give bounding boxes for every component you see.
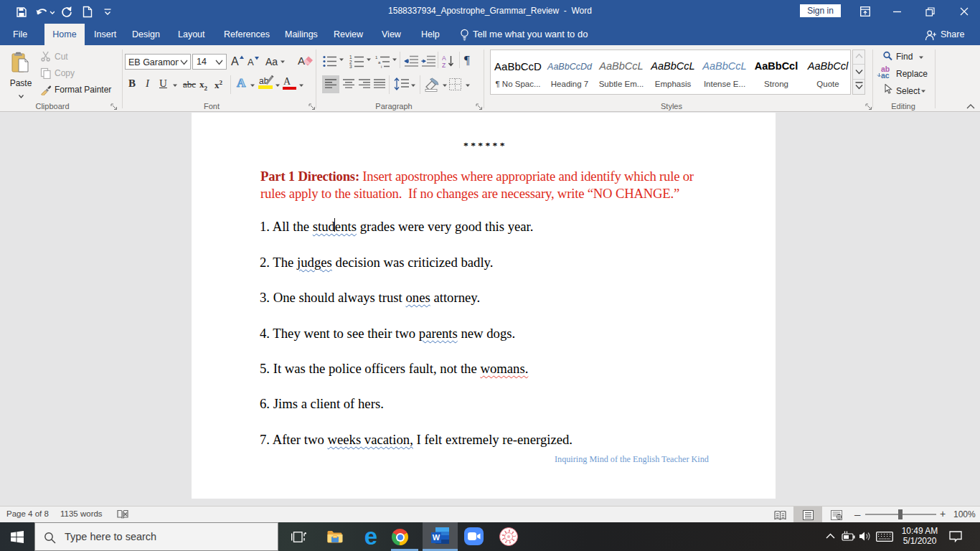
svg-text:A: A — [442, 55, 446, 62]
svg-text:i: i — [381, 65, 382, 68]
svg-text:Z: Z — [442, 62, 446, 68]
svg-text:1: 1 — [375, 55, 378, 60]
svg-text:3: 3 — [349, 64, 352, 68]
svg-text:a: a — [378, 60, 381, 65]
